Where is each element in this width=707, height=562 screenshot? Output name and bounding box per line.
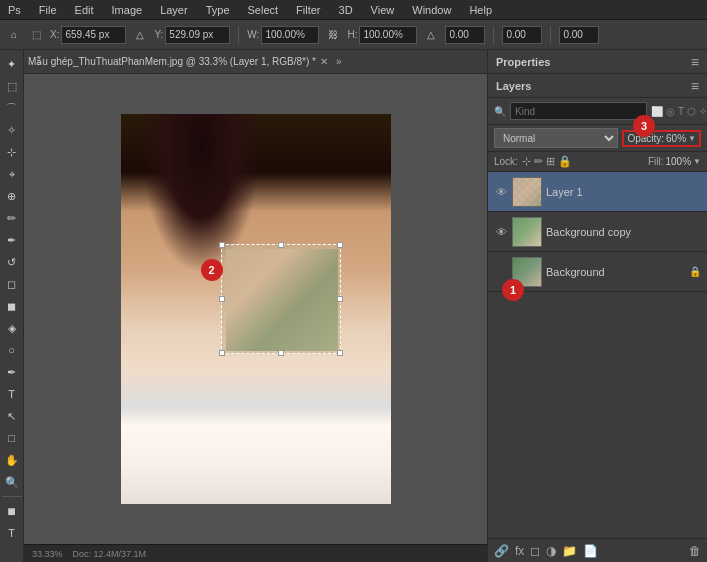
y-input[interactable] [165,26,230,44]
type-filter-icon[interactable]: T [678,106,684,117]
home-icon[interactable]: ⌂ [6,27,22,43]
layers-search-input[interactable] [510,102,647,120]
status-bar: 33.33% Doc: 12.4M/37.1M [24,544,487,562]
lock-position-icon[interactable]: ✏ [534,155,543,168]
link-layers-btn[interactable]: 🔗 [494,544,509,558]
spot-heal-tool[interactable]: ⊕ [2,186,22,206]
canvas-image-wrapper: 2 [121,114,391,504]
pen-tool[interactable]: ✒ [2,362,22,382]
lock-icons-group: ⊹ ✏ ⊞ 🔒 [522,155,572,168]
link-icon[interactable]: ⛓ [325,27,341,43]
h-input[interactable] [359,26,417,44]
handle-bottom-left[interactable] [219,350,225,356]
hand-tool[interactable]: ✋ [2,450,22,470]
handle-top-right[interactable] [337,242,343,248]
canvas-photo[interactable]: 2 [121,114,391,504]
layers-list: 👁 Layer 1 👁 Background copy 👁 [488,172,707,538]
handle-top-middle[interactable] [278,242,284,248]
delete-layer-btn[interactable]: 🗑 [689,544,701,558]
lock-all-icon[interactable]: 🔒 [558,155,572,168]
canvas-content: 2 [24,74,487,544]
smart-filter-icon[interactable]: ✧ [699,106,707,117]
bgcopy-visibility-toggle[interactable]: 👁 [494,225,508,239]
stamp-tool[interactable]: ✒ [2,230,22,250]
menu-bar: Ps File Edit Image Layer Type Select Fil… [0,0,707,20]
opacity-value[interactable]: 60% [666,133,686,144]
lasso-tool[interactable]: ⌒ [2,98,22,118]
doc-info: Doc: 12.4M/37.1M [73,549,147,559]
lock-pixels-icon[interactable]: ⊹ [522,155,531,168]
layer-item-background[interactable]: 👁 Background 🔒 1 [488,252,707,292]
rotation-input[interactable] [502,26,542,44]
eraser-tool[interactable]: ◻ [2,274,22,294]
properties-menu-icon[interactable]: ≡ [691,54,699,70]
menu-view[interactable]: View [367,4,399,16]
selection-transform-box[interactable] [221,244,341,354]
bgcopy-thumbnail [512,217,542,247]
foreground-color[interactable]: ■ [2,501,22,521]
marquee-tool[interactable]: ⬚ [2,76,22,96]
menu-edit[interactable]: Edit [71,4,98,16]
angle-input[interactable] [445,26,485,44]
x-input[interactable] [61,26,126,44]
skew-input[interactable] [559,26,599,44]
layer1-visibility-toggle[interactable]: 👁 [494,185,508,199]
adj-filter-icon[interactable]: ◎ [666,106,675,117]
background-visibility-toggle[interactable]: 👁 [494,265,508,279]
move-tool[interactable]: ✦ [2,54,22,74]
lock-artboard-icon[interactable]: ⊞ [546,155,555,168]
x-label: X: [50,29,59,40]
left-toolbox: ✦ ⬚ ⌒ ✧ ⊹ ⌖ ⊕ ✏ ✒ ↺ ◻ ◼ ◈ ○ ✒ T ↖ □ ✋ 🔍 … [0,50,24,562]
handle-middle-left[interactable] [219,296,225,302]
zoom-tool[interactable]: 🔍 [2,472,22,492]
opacity-dropdown-arrow[interactable]: ▼ [688,134,696,143]
shape-tool[interactable]: □ [2,428,22,448]
menu-window[interactable]: Window [408,4,455,16]
eyedropper-tool[interactable]: ⌖ [2,164,22,184]
menu-3d[interactable]: 3D [335,4,357,16]
pixel-filter-icon[interactable]: ⬜ [651,106,663,117]
layer1-name: Layer 1 [546,186,701,198]
new-group-btn[interactable]: 📁 [562,544,577,558]
new-layer-btn[interactable]: 📄 [583,544,598,558]
layer-item-layer1[interactable]: 👁 Layer 1 [488,172,707,212]
shape-filter-icon[interactable]: ⬡ [687,106,696,117]
tab-close-button[interactable]: ✕ [320,56,328,67]
blend-mode-select[interactable]: Normal [494,128,618,148]
type-tool[interactable]: T [2,384,22,404]
history-tool[interactable]: ↺ [2,252,22,272]
layers-bottom-bar: 🔗 fx ◻ ◑ 📁 📄 🗑 [488,538,707,562]
crop-tool[interactable]: ⊹ [2,142,22,162]
dodge-tool[interactable]: ○ [2,340,22,360]
layers-menu-icon[interactable]: ≡ [691,78,699,94]
new-adjustment-btn[interactable]: ◑ [546,544,556,558]
marquee-icon[interactable]: ⬚ [28,27,44,43]
layer-item-bgcopy[interactable]: 👁 Background copy [488,212,707,252]
tab-overflow-button[interactable]: » [336,56,342,67]
magic-wand-tool[interactable]: ✧ [2,120,22,140]
add-style-btn[interactable]: fx [515,544,524,558]
layers-title: Layers [496,80,531,92]
menu-type[interactable]: Type [202,4,234,16]
menu-layer[interactable]: Layer [156,4,192,16]
y-label: Y: [154,29,163,40]
path-select-tool[interactable]: ↖ [2,406,22,426]
menu-ps[interactable]: Ps [4,4,25,16]
menu-select[interactable]: Select [244,4,283,16]
lock-fill-row: Lock: ⊹ ✏ ⊞ 🔒 Fill: 100% ▼ [488,152,707,172]
menu-filter[interactable]: Filter [292,4,324,16]
fill-dropdown-arrow[interactable]: ▼ [693,157,701,166]
w-input[interactable] [261,26,319,44]
menu-file[interactable]: File [35,4,61,16]
type-tool-2[interactable]: T [2,523,22,543]
fill-value[interactable]: 100% [666,156,692,167]
document-tab-title[interactable]: Mẫu ghép_ThuThuatPhanMem.jpg @ 33.3% (La… [28,56,316,67]
gradient-tool[interactable]: ◼ [2,296,22,316]
bgcopy-name: Background copy [546,226,701,238]
handle-top-left[interactable] [219,242,225,248]
blur-tool[interactable]: ◈ [2,318,22,338]
brush-tool[interactable]: ✏ [2,208,22,228]
menu-help[interactable]: Help [465,4,496,16]
add-mask-btn[interactable]: ◻ [530,544,540,558]
menu-image[interactable]: Image [108,4,147,16]
